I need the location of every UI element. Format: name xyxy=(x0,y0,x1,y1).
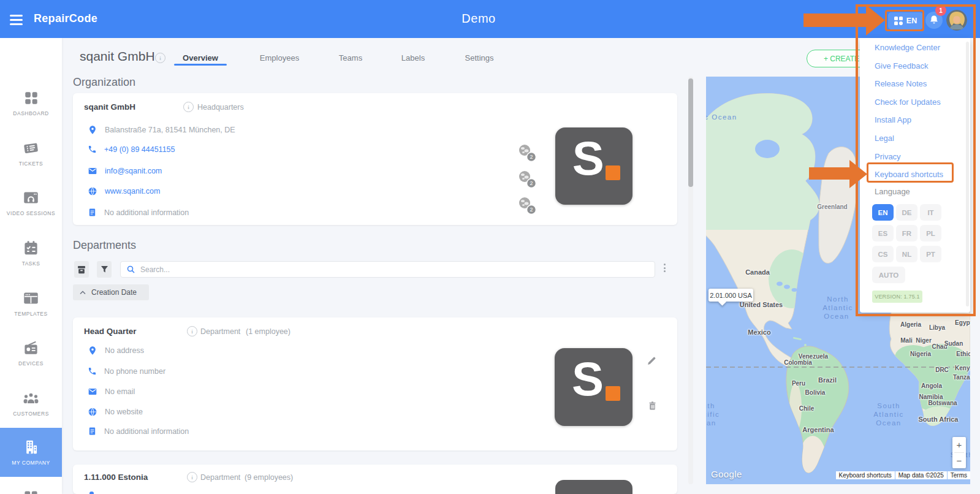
video-sessions-icon xyxy=(23,189,39,206)
org-address: Balanstraße 71a, 81541 München, DE xyxy=(105,126,235,134)
dept-phone-row: No phone number xyxy=(88,367,165,376)
map-marker-tooltip[interactable]: 2.01.000 USA xyxy=(708,289,753,302)
content-scrollbar-thumb[interactable] xyxy=(688,78,693,187)
location-pin-icon xyxy=(88,346,97,355)
map-country-label: Mexico xyxy=(748,329,770,336)
map-country-label: Chile xyxy=(799,405,814,412)
google-logo[interactable]: Google xyxy=(711,469,742,479)
map-country-label: Niger xyxy=(916,337,932,344)
search-input[interactable] xyxy=(139,265,648,275)
phone-icon xyxy=(88,145,97,154)
company-building-icon xyxy=(23,439,39,455)
sidebar-item-label: VIDEO SESSIONS xyxy=(7,210,55,216)
org-website-link[interactable]: www.sqanit.com xyxy=(105,187,160,196)
org-phone-row: +49 (0) 89 44451155 xyxy=(88,145,175,154)
tasks-icon xyxy=(23,240,39,256)
department-info-icon[interactable]: i xyxy=(187,472,197,482)
annotation-arrow-ks-body xyxy=(809,167,850,180)
tab-labels[interactable]: Labels xyxy=(401,53,425,63)
org-phone-link[interactable]: +49 (0) 89 44451155 xyxy=(104,145,175,154)
tab-teams[interactable]: Teams xyxy=(339,53,362,63)
svg-text:2: 2 xyxy=(530,154,533,160)
department-card-estonia: 1.11.000 Estonia i Department (9 employe… xyxy=(73,465,677,494)
sidebar-item-devices[interactable]: DEVICES xyxy=(0,329,62,378)
map-country-label: Argentina xyxy=(802,426,834,433)
content-scrollbar-track xyxy=(688,77,693,484)
edit-pencil-icon[interactable] xyxy=(647,355,657,366)
tab-employees[interactable]: Employees xyxy=(260,53,299,63)
ocean-label: South xyxy=(706,402,715,409)
ocean-label: Pacific xyxy=(706,411,720,418)
org-email-link[interactable]: info@sqanit.com xyxy=(105,167,162,175)
svg-text:2: 2 xyxy=(530,180,533,186)
annotation-arrow-en-head xyxy=(866,5,885,36)
app-root: RepairCode Demo EN 1 xyxy=(0,0,980,494)
department-logo: S xyxy=(555,348,632,426)
map-country-label: DRC xyxy=(935,367,949,373)
annotation-arrow-en-body xyxy=(803,13,867,27)
sidebar-item-label: DEVICES xyxy=(18,360,44,367)
ocean-label: Ocean xyxy=(876,419,901,427)
svg-text:2: 2 xyxy=(530,207,533,213)
sidebar-item-tickets[interactable]: TICKETS xyxy=(0,129,62,178)
zoom-out-button[interactable]: − xyxy=(952,453,966,468)
ocean-label: c Ocean xyxy=(706,113,737,121)
sort-creation-date[interactable]: Creation Date xyxy=(73,284,149,300)
department-info-icon[interactable]: i xyxy=(187,326,197,336)
map-attribution: Keyboard shortcuts Map data ©2025 Terms xyxy=(836,471,971,479)
map-country-label: Kenya xyxy=(955,365,970,371)
org-type-info-icon[interactable]: i xyxy=(183,102,194,112)
tab-settings[interactable]: Settings xyxy=(465,53,494,63)
tab-overview[interactable]: Overview xyxy=(183,53,218,63)
ocean-label: South xyxy=(877,402,900,409)
ocean-label: Atlantic xyxy=(873,411,904,418)
department-type: Department xyxy=(200,327,240,336)
dept-address: No address xyxy=(105,346,144,355)
dept-email-row: No email xyxy=(88,387,135,397)
map-data-label: Map data ©2025 xyxy=(895,471,947,479)
filter-button[interactable] xyxy=(97,261,112,278)
map-country-label: South Africa xyxy=(919,416,959,423)
map-keyboard-shortcuts-link[interactable]: Keyboard shortcuts xyxy=(836,471,895,479)
location-pin-icon xyxy=(89,492,94,494)
company-logo-square xyxy=(606,165,620,180)
annotation-highlight-rect-keyboard-shortcuts xyxy=(867,162,954,183)
department-name: Head Quarter xyxy=(84,327,137,336)
devices-icon xyxy=(23,340,39,356)
ocean-label: Ocean xyxy=(824,313,849,320)
organization-heading: Organization xyxy=(73,76,135,89)
archive-filter-button[interactable] xyxy=(74,261,89,278)
sidebar-item-label: TASKS xyxy=(22,260,40,267)
sidebar-nav: DASHBOARD TICKETS VIDE xyxy=(0,38,62,494)
delete-trash-icon[interactable] xyxy=(648,401,657,411)
dept-address-row: No address xyxy=(88,346,144,355)
dept-website: No website xyxy=(105,408,143,416)
sidebar-item-my-company[interactable]: MY COMPANY xyxy=(0,428,62,477)
phone-icon xyxy=(88,367,97,376)
org-additional-row: No additional information xyxy=(88,208,189,217)
sidebar-item-templates[interactable]: TEMPLATES xyxy=(0,279,62,328)
sidebar-item-tasks[interactable]: TASKS xyxy=(0,229,62,278)
chevron-up-icon xyxy=(80,291,86,295)
sidebar-item-customers[interactable]: CUSTOMERS xyxy=(0,379,62,428)
map-country-label: Mali xyxy=(900,337,912,344)
sidebar-item-video-sessions[interactable]: VIDEO SESSIONS xyxy=(0,178,62,227)
zoom-in-button[interactable]: + xyxy=(952,437,966,452)
annotation-highlight-rect-en-button xyxy=(885,10,924,31)
department-card-head-quarter: Head Quarter i Department (1 employee) N… xyxy=(73,317,677,450)
filter-funnel-icon xyxy=(101,265,108,273)
list-options-kebab[interactable] xyxy=(664,264,666,272)
company-logo-letter: S xyxy=(572,131,604,186)
sidebar-item-dashboard[interactable]: DASHBOARD xyxy=(0,78,62,127)
sidebar-item-codes[interactable]: CODES xyxy=(0,478,62,494)
company-logo: S xyxy=(555,127,632,205)
company-info-icon[interactable]: i xyxy=(155,53,165,63)
translation-badges: 2 2 2 xyxy=(518,144,537,215)
dashboard-icon xyxy=(23,90,39,106)
map-zoom-control: + − xyxy=(952,437,966,468)
dept-website-row: No website xyxy=(88,407,143,417)
dept-additional: No additional information xyxy=(104,427,189,436)
map-terms-link[interactable]: Terms xyxy=(948,471,970,479)
map-country-label: Ethiopia xyxy=(956,351,970,357)
sidebar-item-label: TEMPLATES xyxy=(14,311,47,317)
